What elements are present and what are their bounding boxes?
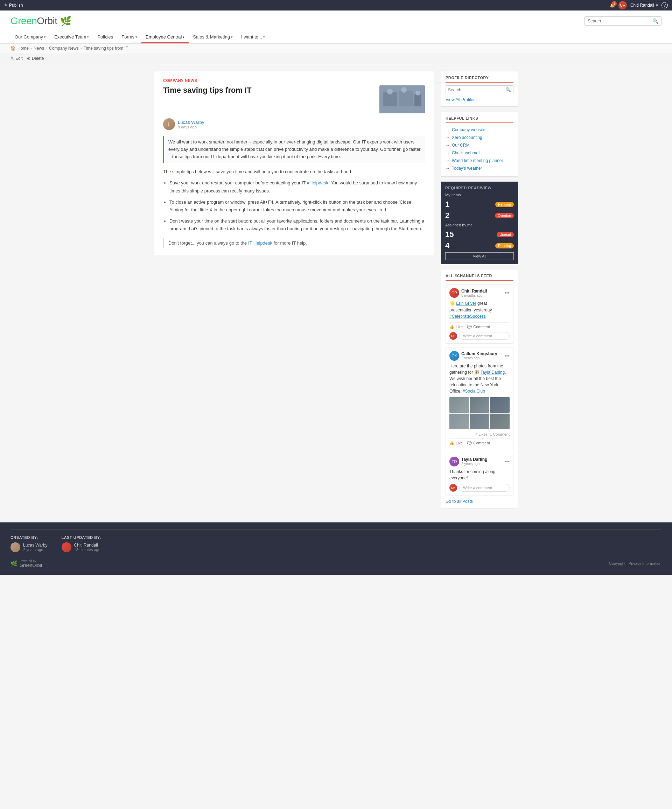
helpdesk-link-2[interactable]: IT Helpdesk: [248, 240, 272, 246]
go-all-posts-link[interactable]: Go to all Posts: [445, 499, 514, 504]
post-hashtag-1[interactable]: #CelebrateSuccess: [449, 314, 486, 319]
footer-top: Created By: Lucas Warby 2 years ago Last…: [10, 535, 662, 552]
helpful-link-company-website[interactable]: → Company website: [445, 126, 514, 134]
nav-item-employee-central[interactable]: Employee Central ▾: [141, 32, 189, 44]
post-comments-2: 1 Comment: [490, 432, 510, 436]
post-menu-2[interactable]: •••: [504, 353, 510, 359]
article-header: Time saving tips from IT: [163, 86, 425, 113]
logo-icon: 🌿: [60, 16, 71, 27]
header: GreenOrbit 🌿 🔍 Our Company ▾ Executive T…: [0, 10, 672, 44]
edit-button[interactable]: ✎ Edit: [10, 55, 23, 62]
link-label: Our CRM: [452, 143, 470, 148]
like-button-1[interactable]: 👍 Like: [449, 325, 463, 329]
link-label: World time meeting planner: [452, 158, 503, 163]
like-button-2[interactable]: 👍 Like: [449, 441, 463, 445]
helpful-link-world-time[interactable]: → World time meeting planner: [445, 157, 514, 164]
svg-point-6: [415, 91, 420, 96]
profile-directory-title: Profile Directory: [445, 76, 514, 82]
header-search[interactable]: 🔍: [585, 17, 662, 25]
bullet-item-1: Save your work and restart your computer…: [170, 179, 425, 195]
chevron-down-icon: ▾: [183, 35, 185, 39]
nav-item-i-want-to[interactable]: I want to... ▾: [237, 32, 269, 44]
article-title: Time saving tips from IT: [163, 86, 252, 96]
profile-search-input[interactable]: [448, 87, 504, 92]
view-all-profiles-link[interactable]: View All Profiles: [445, 97, 475, 102]
post-user-info-2: Callum Kingsbury 2 years ago: [461, 351, 497, 360]
comment-button-2[interactable]: 💬 Comment: [467, 441, 490, 445]
chevron-down-icon: ▾: [87, 35, 89, 39]
req-item-4-num: 4: [445, 241, 449, 250]
post-body-3: Thanks for coming along everyone!: [449, 468, 510, 481]
post-user-info-1: Chiti Randall 3 months ago: [461, 289, 487, 297]
comment-box-3[interactable]: Write a comment...: [459, 484, 510, 492]
article-body-bullets: Save your work and restart your computer…: [163, 179, 425, 233]
note-pre: Don't forget... you can always go to the: [168, 240, 248, 246]
post-menu-3[interactable]: •••: [504, 459, 510, 464]
post-mention-2[interactable]: Tayla Darling: [480, 370, 505, 375]
comment-button-1[interactable]: 💬 Comment: [467, 325, 490, 329]
author-name[interactable]: Lucas Warby: [178, 120, 204, 125]
footer-bottom: 🌿 Powered by GreenOrbit Copyright | Priv…: [10, 559, 662, 568]
notification-bell[interactable]: 🔔 1: [610, 3, 615, 8]
logo[interactable]: GreenOrbit 🌿: [10, 15, 71, 27]
post-author-1[interactable]: Chiti Randall: [461, 289, 487, 294]
help-button[interactable]: ?: [662, 2, 668, 8]
post-header-2: CK Callum Kingsbury 2 years ago •••: [449, 351, 510, 361]
arrow-icon: →: [445, 143, 450, 148]
helpful-link-webmail[interactable]: → Check webmail: [445, 149, 514, 157]
nav-item-sales-marketing[interactable]: Sales & Marketing ▾: [189, 32, 237, 44]
comment-box-1[interactable]: Write a comment...: [459, 332, 510, 340]
helpdesk-link-1[interactable]: #Helpdesk: [307, 180, 328, 185]
arrow-icon: →: [445, 128, 450, 132]
assigned-by-me-label: Assigned by me: [445, 223, 514, 227]
publish-button[interactable]: ✎ Publish: [4, 3, 23, 8]
header-search-input[interactable]: [588, 18, 651, 23]
publish-label: Publish: [9, 3, 23, 8]
bullet-item-2: To close an active program or window, pr…: [170, 198, 425, 214]
home-icon[interactable]: 🏠: [10, 46, 16, 51]
breadcrumb-company-news[interactable]: Company News: [49, 46, 79, 51]
post-menu-1[interactable]: •••: [504, 290, 510, 296]
header-search-icon[interactable]: 🔍: [652, 18, 659, 24]
bullet-1-main: Save your work and restart your computer…: [170, 180, 307, 185]
req-item-1-num: 1: [445, 200, 449, 209]
breadcrumb-news[interactable]: News: [34, 46, 44, 51]
post-author-2[interactable]: Callum Kingsbury: [461, 351, 497, 356]
privacy-link[interactable]: Privacy Information: [628, 561, 662, 566]
article-note: Don't forget... you can always go to the…: [163, 238, 425, 248]
nav-item-executive-team[interactable]: Executive Team ▾: [50, 32, 94, 44]
view-all-button[interactable]: View All: [445, 252, 514, 260]
post-hashtag-2[interactable]: #SocialClub: [463, 389, 485, 394]
helpful-link-xero[interactable]: → Xero accounting: [445, 134, 514, 141]
helpful-link-crm[interactable]: → Our CRM: [445, 141, 514, 149]
footer-links: Copyright | Privacy Information: [609, 561, 662, 566]
req-item-3-num: 15: [445, 230, 454, 239]
delete-button[interactable]: ⊗ Delete: [27, 55, 44, 62]
post-mention-1[interactable]: Erin Griver: [456, 301, 476, 306]
article-highlight: We all want to work smarter, not harder …: [163, 136, 425, 163]
nav-item-policies[interactable]: Policies: [93, 32, 117, 44]
footer-logo-text-block: Powered by GreenOrbit: [20, 559, 42, 568]
emoji-icon: 🌟: [449, 300, 455, 306]
topbar-right: 🔔 1 CR Chiti Randall ▾ ?: [610, 1, 668, 10]
breadcrumb-current: Time saving tips from IT: [84, 46, 128, 51]
article-content: Company News Time saving tips from IT L: [154, 71, 434, 255]
user-avatar[interactable]: CR: [618, 1, 627, 10]
topbar: ✎ Publish 🔔 1 CR Chiti Randall ▾ ?: [0, 0, 672, 10]
profile-search-icon[interactable]: 🔍: [506, 87, 511, 92]
user-menu[interactable]: Chiti Randall ▾: [630, 3, 658, 8]
footer-created-info: Lucas Warby 2 years ago: [23, 543, 48, 552]
note-post: for more IT help.: [272, 240, 307, 246]
post-avatar-callum: CK: [449, 351, 459, 361]
breadcrumb-home[interactable]: Home: [17, 46, 29, 51]
nav-item-our-company[interactable]: Our Company ▾: [10, 32, 50, 44]
nav-item-forms[interactable]: Forms ▾: [117, 32, 141, 44]
author-date: 8 days ago: [178, 125, 204, 129]
arrow-icon: →: [445, 166, 450, 171]
post-avatar-chiti: CR: [449, 288, 459, 298]
post-author-3[interactable]: Tayla Darling: [461, 457, 487, 462]
copyright-link[interactable]: Copyright: [609, 561, 625, 566]
svg-point-5: [401, 87, 407, 93]
profile-search-box[interactable]: 🔍: [445, 86, 514, 94]
helpful-link-weather[interactable]: → Today's weather: [445, 164, 514, 172]
